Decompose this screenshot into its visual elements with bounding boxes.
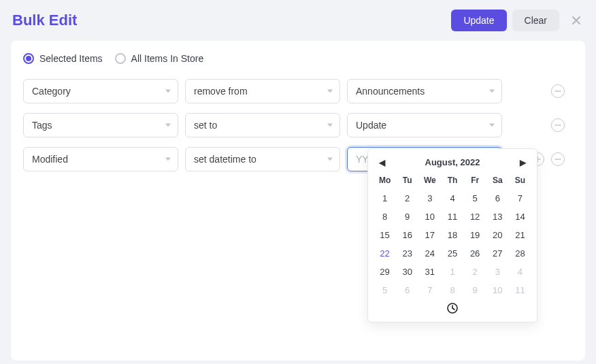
- action-value: remove from: [194, 86, 248, 97]
- calendar-day: 9: [464, 282, 486, 298]
- field-select[interactable]: Modified: [23, 147, 178, 171]
- dow-label: Th: [441, 173, 463, 188]
- calendar-day[interactable]: 3: [418, 191, 441, 206]
- value-select[interactable]: Update: [347, 113, 502, 137]
- calendar-day[interactable]: 11: [441, 209, 463, 225]
- calendar-day[interactable]: 28: [509, 246, 531, 261]
- radio-checked-icon: [23, 53, 34, 64]
- calendar-day[interactable]: 18: [441, 227, 463, 243]
- calendar-day: 5: [374, 282, 396, 298]
- remove-rule-icon[interactable]: [551, 152, 565, 166]
- calendar-day: 10: [486, 282, 509, 298]
- calendar-day[interactable]: 12: [464, 209, 486, 225]
- calendar-day[interactable]: 25: [441, 246, 463, 261]
- field-value: Modified: [32, 154, 68, 165]
- calendar-day[interactable]: 24: [418, 246, 441, 261]
- calendar-day[interactable]: 22: [374, 246, 396, 261]
- calendar-day[interactable]: 8: [374, 209, 396, 225]
- calendar-day[interactable]: 15: [374, 227, 396, 243]
- calendar-day[interactable]: 27: [486, 246, 509, 261]
- calendar-day[interactable]: 13: [486, 209, 509, 225]
- value-select[interactable]: Announcements: [347, 79, 502, 103]
- action-value: set datetime to: [194, 154, 256, 165]
- next-month-icon[interactable]: ▶: [520, 158, 526, 167]
- calendar-day[interactable]: 30: [396, 264, 418, 280]
- calendar-day[interactable]: 19: [464, 227, 486, 243]
- calendar-day[interactable]: 16: [396, 227, 418, 243]
- row-actions: [509, 84, 565, 98]
- calendar-day[interactable]: 20: [486, 227, 509, 243]
- calendar-day[interactable]: 14: [509, 209, 531, 225]
- rule-row: Tagsset toUpdate: [23, 113, 573, 137]
- calendar-day[interactable]: 21: [509, 227, 531, 243]
- datepicker-footer: [374, 298, 531, 316]
- scope-selected-label: Selected Items: [39, 53, 103, 64]
- update-button[interactable]: Update: [451, 10, 506, 31]
- chevron-down-icon: [327, 124, 333, 127]
- value-label: Update: [356, 120, 386, 131]
- calendar-day[interactable]: 17: [418, 227, 441, 243]
- calendar-day[interactable]: 9: [396, 209, 418, 225]
- field-select[interactable]: Tags: [23, 113, 178, 137]
- field-value: Category: [32, 86, 71, 97]
- chevron-down-icon: [327, 90, 333, 93]
- radio-unchecked-icon: [115, 53, 126, 64]
- calendar-day: 7: [418, 282, 441, 298]
- scope-radio-group: Selected Items All Items In Store: [23, 53, 573, 64]
- calendar-day[interactable]: 23: [396, 246, 418, 261]
- calendar-day[interactable]: 6: [486, 191, 509, 206]
- scope-all-radio[interactable]: All Items In Store: [115, 53, 204, 64]
- action-select[interactable]: set to: [185, 113, 340, 137]
- dow-label: Sa: [486, 173, 509, 188]
- chevron-down-icon: [489, 90, 495, 93]
- remove-rule-icon[interactable]: [551, 118, 565, 132]
- field-value: Tags: [32, 120, 52, 131]
- value-label: Announcements: [356, 86, 425, 97]
- calendar-day[interactable]: 5: [464, 191, 486, 206]
- scope-all-label: All Items In Store: [131, 53, 204, 64]
- dow-label: We: [418, 173, 441, 188]
- remove-rule-icon[interactable]: [551, 84, 565, 98]
- chevron-down-icon: [489, 124, 495, 127]
- rule-row: Categoryremove fromAnnouncements: [23, 79, 573, 103]
- calendar-day[interactable]: 4: [441, 191, 463, 206]
- page-title: Bulk Edit: [12, 12, 446, 29]
- chevron-down-icon: [165, 124, 171, 127]
- clear-button[interactable]: Clear: [512, 10, 559, 31]
- action-select[interactable]: remove from: [185, 79, 340, 103]
- calendar-day[interactable]: 2: [396, 191, 418, 206]
- field-select[interactable]: Category: [23, 79, 178, 103]
- calendar-day: 11: [509, 282, 531, 298]
- datepicker-month-label[interactable]: August, 2022: [425, 157, 480, 167]
- chevron-down-icon: [165, 90, 171, 93]
- dow-label: Su: [509, 173, 531, 188]
- calendar-day[interactable]: 7: [509, 191, 531, 206]
- calendar-day[interactable]: 31: [418, 264, 441, 280]
- calendar-day: 4: [509, 264, 531, 280]
- action-select[interactable]: set datetime to: [185, 147, 340, 171]
- dow-label: Mo: [374, 173, 396, 188]
- calendar-day: 6: [396, 282, 418, 298]
- dow-label: Fr: [464, 173, 486, 188]
- close-icon[interactable]: [570, 14, 582, 27]
- clock-icon[interactable]: [446, 302, 459, 314]
- action-value: set to: [194, 120, 217, 131]
- datepicker-header: ◀ August, 2022 ▶: [374, 156, 531, 173]
- calendar-day: 3: [486, 264, 509, 280]
- calendar-day: 8: [441, 282, 463, 298]
- dialog-header: Bulk Edit Update Clear: [0, 0, 596, 38]
- calendar-day[interactable]: 29: [374, 264, 396, 280]
- datepicker-grid: MoTuWeThFrSaSu12345678910111213141516171…: [374, 173, 531, 298]
- prev-month-icon[interactable]: ◀: [379, 158, 385, 167]
- dow-label: Tu: [396, 173, 418, 188]
- calendar-day: 2: [464, 264, 486, 280]
- scope-selected-radio[interactable]: Selected Items: [23, 53, 103, 64]
- datepicker-popup: ◀ August, 2022 ▶ MoTuWeThFrSaSu123456789…: [367, 148, 537, 322]
- calendar-day[interactable]: 1: [374, 191, 396, 206]
- calendar-day[interactable]: 10: [418, 209, 441, 225]
- row-actions: [509, 118, 565, 132]
- calendar-day: 1: [441, 264, 463, 280]
- chevron-down-icon: [327, 158, 333, 161]
- chevron-down-icon: [165, 158, 171, 161]
- calendar-day[interactable]: 26: [464, 246, 486, 261]
